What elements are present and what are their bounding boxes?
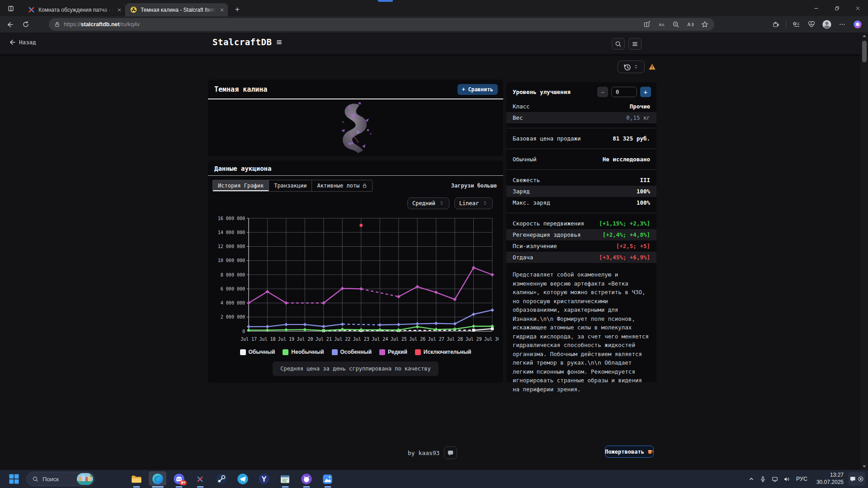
new-tab-button[interactable]: + (231, 4, 243, 15)
taskbar-app-file-explorer[interactable] (126, 470, 147, 488)
legend-item[interactable]: Необычный (283, 349, 324, 355)
favorite-star-icon[interactable] (699, 19, 711, 30)
legend-item[interactable]: Исключительный (415, 349, 472, 355)
restore-button[interactable] (826, 0, 847, 16)
history-clock-icon (623, 63, 631, 71)
stat-row: Пси-излучение[+2,5; +5] (506, 240, 656, 252)
legend-item[interactable]: Обычный (240, 349, 275, 355)
legend-item[interactable]: Редкий (379, 349, 407, 355)
split-screen-icon[interactable] (641, 19, 653, 30)
address-bar[interactable]: https://stalcraftdb.net/ru/kq4v aAA (49, 18, 714, 31)
taskbar-app-exbo-launcher[interactable] (189, 470, 211, 488)
feedback-button[interactable] (444, 446, 457, 459)
site-menu-button[interactable] (628, 38, 642, 50)
load-more-link[interactable]: Загрузи больше (451, 183, 497, 189)
section-divider (506, 169, 656, 170)
refresh-icon (22, 21, 29, 28)
taskbar-app-edge-browser[interactable] (147, 470, 168, 488)
item-description: Представляет собой окаменелую и измененн… (506, 263, 656, 394)
favorites-bar-icon[interactable] (789, 19, 803, 30)
auction-tab-label: Активные лоты (317, 183, 359, 189)
language-indicator[interactable]: РУС (796, 476, 807, 482)
close-button[interactable] (847, 0, 868, 16)
price-history-button[interactable] (618, 61, 645, 73)
read-aloud-icon[interactable]: A (684, 19, 696, 30)
microphone-tray-button[interactable] (757, 473, 769, 485)
browser-tab[interactable]: Комната обсуждения патча - EXB (24, 3, 126, 16)
essentials-icon[interactable] (805, 19, 818, 30)
comment-icon (447, 450, 454, 456)
photos-icon (322, 474, 333, 485)
page-scrollbar[interactable] (861, 33, 868, 470)
tab-close-icon[interactable] (117, 8, 122, 12)
site-search-button[interactable] (612, 38, 625, 50)
donate-button[interactable]: Пожертвовать (605, 446, 654, 458)
svg-text:Jul 18: Jul 18 (259, 337, 275, 342)
header-buttons (612, 38, 642, 50)
taskbar-app-telegram[interactable] (232, 470, 253, 488)
tab-close-icon[interactable] (220, 8, 224, 12)
translate-icon[interactable]: aA (656, 19, 667, 30)
svg-text:14 000 000: 14 000 000 (218, 230, 245, 235)
lock-small-icon (362, 183, 367, 188)
more-options-icon[interactable] (835, 19, 849, 30)
address-bar-actions: aAA (641, 19, 711, 30)
network-tray-button[interactable] (769, 473, 781, 485)
auction-tab[interactable]: История График (213, 180, 269, 191)
refresh-button[interactable] (19, 18, 33, 31)
start-button[interactable] (7, 473, 21, 485)
browser-tab[interactable]: Темная калина - Stalcraft Item DB (126, 3, 228, 16)
tray-expand-tray-button[interactable] (745, 473, 757, 485)
stat-value: 81 325 руб. (613, 135, 650, 142)
back-link[interactable]: Назад (8, 38, 36, 46)
taskbar-search[interactable]: Поиск (26, 472, 95, 486)
auction-tab[interactable]: Транзакции (269, 180, 312, 191)
copilot-icon[interactable] (851, 19, 864, 30)
aggregate-select[interactable]: Средний (407, 197, 449, 209)
upgrade-minus-button[interactable]: − (597, 87, 608, 97)
upgrade-plus-button[interactable]: + (640, 87, 651, 97)
taskbar-clock[interactable]: 13:27 30.07.2025 (811, 472, 844, 486)
url-text: https://stalcraftdb.net/ru/kq4v (64, 21, 641, 28)
minimize-icon (813, 5, 819, 11)
volume-tray-button[interactable] (781, 473, 793, 485)
scroll-up-arrow[interactable] (861, 33, 868, 39)
aggregate-select-value: Средний (412, 200, 435, 206)
chart-options: Средний Linear (208, 197, 493, 209)
section-divider (506, 128, 656, 128)
donate-label: Пожертвовать (605, 449, 644, 455)
upgrade-level-input[interactable]: 0 (611, 87, 637, 97)
legend-label: Редкий (388, 349, 407, 355)
chart-container: 02 000 0004 000 0006 000 0008 000 00010 … (211, 213, 503, 347)
scroll-down-arrow[interactable] (861, 463, 868, 470)
compare-button[interactable]: + Сравнить (458, 84, 498, 95)
item-image (208, 102, 503, 155)
back-arrow-button[interactable] (3, 18, 16, 31)
taskbar-app-steam[interactable] (211, 470, 232, 488)
legend-item[interactable]: Особенный (332, 349, 372, 355)
zoom-out-icon[interactable] (670, 19, 682, 30)
svg-text:12 000 000: 12 000 000 (218, 244, 245, 249)
scale-select-value: Linear (459, 200, 479, 206)
scale-select[interactable]: Linear (454, 197, 493, 209)
site-logo[interactable]: StalcraftDB (212, 37, 283, 47)
hamburger-menu-icon (632, 41, 638, 47)
taskbar-app-github-desktop[interactable] (296, 470, 317, 488)
chart-legend: ОбычныйНеобычныйОсобенныйРедкийИсключите… (208, 349, 503, 355)
svg-text:Jul 29: Jul 29 (465, 337, 481, 342)
taskbar-app-text-editor[interactable] (274, 470, 296, 488)
warning-triangle-icon[interactable] (648, 63, 656, 70)
taskbar-app-yandex[interactable]: Y (253, 470, 274, 488)
legend-swatch (415, 349, 421, 355)
extensions-icon[interactable] (769, 19, 783, 30)
tab-actions-button[interactable] (5, 3, 17, 14)
scrollbar-thumb[interactable] (862, 41, 867, 62)
record-indicator-icon (858, 476, 864, 482)
notification-area[interactable] (848, 472, 865, 486)
yandex-icon: Y (258, 473, 270, 485)
minimize-button[interactable] (806, 0, 826, 16)
profile-avatar-icon[interactable] (820, 19, 834, 30)
auction-tab[interactable]: Активные лоты (312, 180, 372, 191)
taskbar-app-photos[interactable] (317, 470, 338, 488)
taskbar-app-discord[interactable]: 9+ (168, 470, 189, 488)
